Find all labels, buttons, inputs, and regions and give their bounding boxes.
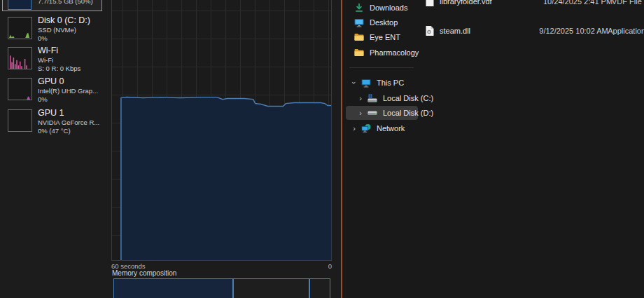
gpu0-thumbnail-chart	[8, 78, 32, 100]
sidebar-item-pharmacology[interactable]: Pharmacology	[354, 46, 419, 60]
file-modified: 10/24/2025 2:41 PM	[543, 0, 612, 6]
disk-activity-sparkline	[8, 18, 31, 39]
sidebar-item-gpu1[interactable]: GPU 1 NVIDIA GeForce R... 0% (47 °C)	[3, 109, 104, 137]
nav-label: Network	[377, 124, 405, 133]
sidebar-item-eye-ent[interactable]: Eye ENT	[354, 30, 400, 44]
gpu0-activity-sparkline	[8, 79, 31, 100]
network-icon	[360, 123, 372, 134]
disk-title: Disk 0 (C: D:)	[38, 15, 104, 26]
wifi-title: Wi-Fi	[38, 46, 104, 56]
file-name: steam.dll	[440, 27, 539, 35]
gpu0-subtitle: Intel(R) UHD Grap...	[38, 87, 104, 95]
drive-d-icon	[367, 107, 378, 118]
file-modified: 9/12/2025 10:02 AM	[539, 27, 608, 35]
nav-label: Desktop	[370, 18, 398, 27]
wifi-activity-sparkline	[8, 48, 31, 69]
sidebar-item-desktop[interactable]: Desktop	[354, 15, 398, 29]
chevron-right-icon[interactable]: ›	[357, 95, 364, 102]
wifi-thumbnail-chart	[8, 47, 32, 69]
desktop-screen: 7.7/15.5 GB (50%) Disk 0 (C: D:) SSD (NV…	[0, 0, 644, 298]
vdf-file-icon	[425, 0, 435, 7]
sidebar-item-this-pc[interactable]: › This PC	[346, 76, 418, 90]
disk-usage: 0%	[38, 34, 104, 43]
gpu1-thumbnail-chart	[8, 109, 32, 132]
sidebar-item-network[interactable]: › Network	[346, 121, 418, 135]
sidebar-item-gpu0[interactable]: GPU 0 Intel(R) UHD Grap... 0%	[3, 78, 104, 106]
gpu1-subtitle: NVIDIA GeForce R...	[38, 118, 104, 127]
memory-usage-graph	[111, 0, 332, 261]
nav-label: Local Disk (C:)	[383, 94, 433, 102]
chevron-right-icon[interactable]: ›	[351, 125, 358, 132]
gpu1-title: GPU 1	[38, 108, 104, 118]
nav-separator	[349, 67, 414, 68]
nav-label: This PC	[377, 79, 404, 87]
nav-label: Pharmacology	[370, 48, 419, 57]
this-pc-icon	[360, 77, 372, 88]
file-row-libraryfolder[interactable]: libraryfolder.vdf 10/24/2025 2:41 PM VDF…	[425, 0, 644, 8]
composition-segment-standby	[234, 279, 310, 298]
gpu0-title: GPU 0	[38, 76, 104, 87]
sidebar-item-memory[interactable]: 7.7/15.5 GB (50%)	[2, 0, 102, 11]
chevron-down-icon[interactable]: ›	[351, 79, 358, 86]
memory-composition-bar	[113, 278, 330, 298]
gpu0-usage: 0%	[38, 95, 104, 104]
folder-icon	[354, 32, 365, 43]
gpu1-usage: 0% (47 °C)	[38, 127, 104, 135]
downloads-icon	[354, 2, 365, 13]
file-explorer-panel: Downloads Desktop Eye ENT Pharmacology ›	[342, 0, 644, 298]
wifi-subtitle: Wi-Fi	[38, 56, 104, 65]
sidebar-item-downloads[interactable]: Downloads	[354, 1, 407, 15]
file-type: VDF File	[612, 0, 642, 6]
drive-c-icon	[367, 93, 378, 104]
memory-thumbnail-chart	[8, 0, 31, 10]
memory-area-fill	[121, 97, 331, 260]
dll-file-icon	[425, 25, 435, 36]
memory-usage-value: 7.7/15.5 GB (50%)	[38, 0, 93, 6]
nav-label: Eye ENT	[370, 33, 400, 41]
sidebar-item-disk0[interactable]: Disk 0 (C: D:) SSD (NVMe) 0%	[3, 17, 104, 45]
disk-thumbnail-chart	[8, 17, 32, 39]
file-row-steam-dll[interactable]: steam.dll 9/12/2025 10:02 AM Application	[425, 24, 644, 38]
desktop-icon	[354, 17, 365, 28]
sidebar-item-local-disk-d[interactable]: › Local Disk (D:)	[346, 106, 418, 120]
file-name: libraryfolder.vdf	[440, 0, 543, 6]
folder-icon	[354, 47, 365, 58]
disk-subtitle: SSD (NVMe)	[38, 26, 104, 34]
task-manager-panel: 7.7/15.5 GB (50%) Disk 0 (C: D:) SSD (NV…	[0, 0, 341, 298]
chevron-right-icon[interactable]: ›	[357, 109, 364, 116]
nav-label: Local Disk (D:)	[383, 109, 433, 117]
memory-composition-label: Memory composition	[112, 269, 176, 277]
composition-segment-free	[310, 279, 330, 298]
sidebar-item-local-disk-c[interactable]: › Local Disk (C:)	[346, 91, 418, 105]
file-type: Application	[608, 27, 644, 35]
sidebar-item-wifi[interactable]: Wi-Fi Wi-Fi S: 0 R: 0 Kbps	[3, 47, 104, 75]
composition-segment-in-use	[114, 279, 234, 298]
nav-label: Downloads	[370, 4, 407, 12]
wifi-throughput: S: 0 R: 0 Kbps	[38, 65, 104, 73]
x-axis-right-label: 0	[328, 262, 332, 270]
